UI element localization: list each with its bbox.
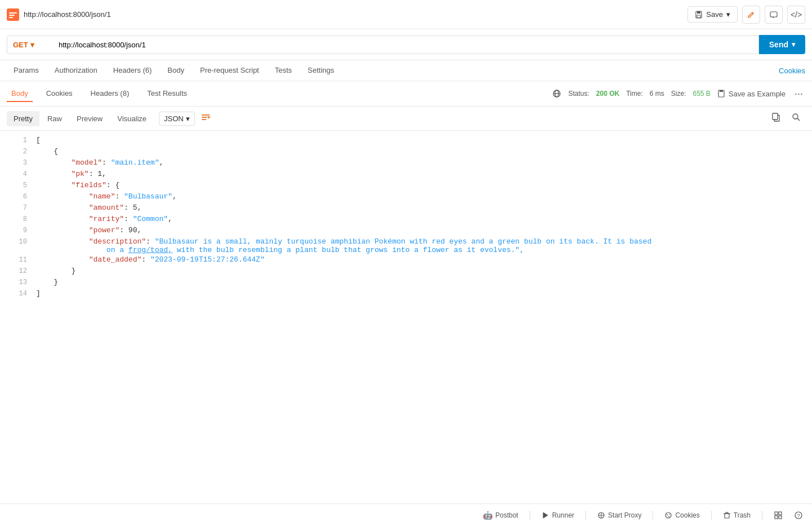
svg-rect-35 bbox=[775, 516, 778, 519]
postbot-label: Postbot bbox=[495, 511, 518, 519]
footer-sep-5 bbox=[762, 511, 762, 520]
line-num-5: 5 bbox=[5, 181, 27, 189]
line-num-6: 6 bbox=[5, 192, 27, 201]
line-num-10-cont bbox=[5, 246, 27, 254]
json-line-3: 3 "model": "main.item", bbox=[0, 158, 812, 169]
json-line-9: 9 "power": 90, bbox=[0, 226, 812, 237]
footer-sep-2 bbox=[585, 511, 586, 520]
save-button[interactable]: Save ▾ bbox=[687, 6, 738, 23]
json-viewer: 1 [ 2 { 3 "model": "main.item", 4 "pk": … bbox=[0, 131, 812, 503]
tab-params[interactable]: Params bbox=[7, 60, 46, 81]
title-right: Save ▾ </> bbox=[687, 6, 805, 24]
resp-tab-body[interactable]: Body bbox=[7, 86, 33, 102]
format-label: JSON bbox=[164, 114, 184, 123]
svg-point-26 bbox=[668, 516, 669, 517]
footer-start-proxy[interactable]: Start Proxy bbox=[597, 511, 641, 519]
edit-icon-btn[interactable] bbox=[742, 6, 760, 24]
svg-point-27 bbox=[669, 514, 671, 515]
footer-cookies[interactable]: Cookies bbox=[664, 511, 699, 519]
line-content-5: "fields": { bbox=[36, 181, 805, 189]
body-tab-preview[interactable]: Preview bbox=[70, 111, 109, 126]
url-input[interactable] bbox=[52, 36, 759, 54]
svg-rect-36 bbox=[779, 516, 782, 519]
url-bar: GET ▾ Send ▾ bbox=[0, 29, 812, 60]
body-tab-pretty[interactable]: Pretty bbox=[7, 111, 39, 126]
tab-prerequest[interactable]: Pre-request Script bbox=[193, 60, 266, 81]
svg-rect-12 bbox=[720, 90, 723, 92]
save-example-button[interactable]: Save as Example bbox=[717, 90, 786, 98]
svg-text:?: ? bbox=[797, 513, 800, 519]
line-num-1: 1 bbox=[5, 136, 27, 144]
wrap-button[interactable] bbox=[196, 110, 215, 127]
line-content-14: ] bbox=[36, 289, 805, 298]
line-content-11: "date_added": "2023-09-19T15:27:26.644Z" bbox=[36, 255, 805, 264]
edit-icon bbox=[747, 11, 755, 19]
line-content-1: [ bbox=[36, 136, 805, 144]
footer-grid-btn[interactable] bbox=[774, 511, 783, 520]
method-selector[interactable]: GET ▾ bbox=[7, 36, 52, 54]
resp-tab-cookies[interactable]: Cookies bbox=[42, 86, 77, 102]
line-content-4: "pk": 1, bbox=[36, 170, 805, 178]
svg-point-25 bbox=[667, 514, 668, 515]
code-icon-btn[interactable]: </> bbox=[787, 6, 805, 24]
cookies-footer-label: Cookies bbox=[675, 511, 699, 519]
resp-tab-testresults[interactable]: Test Results bbox=[143, 86, 192, 102]
body-tab-raw[interactable]: Raw bbox=[41, 111, 69, 126]
footer-runner[interactable]: Runner bbox=[542, 511, 574, 519]
json-line-8: 8 "rarity": "Common", bbox=[0, 214, 812, 226]
tab-body[interactable]: Body bbox=[161, 60, 191, 81]
line-content-13: } bbox=[36, 278, 805, 286]
svg-rect-33 bbox=[775, 512, 778, 515]
globe-icon bbox=[552, 89, 561, 98]
status-value: 200 OK bbox=[596, 90, 619, 98]
size-label: Size: bbox=[671, 90, 686, 98]
svg-point-18 bbox=[793, 114, 798, 119]
save-chevron-icon: ▾ bbox=[726, 10, 730, 19]
start-proxy-label: Start Proxy bbox=[608, 511, 641, 519]
json-line-11: 11 "date_added": "2023-09-19T15:27:26.64… bbox=[0, 255, 812, 266]
tab-settings[interactable]: Settings bbox=[301, 60, 341, 81]
cookies-link[interactable]: Cookies bbox=[779, 67, 805, 75]
send-button[interactable]: Send ▾ bbox=[759, 35, 805, 54]
trash-label: Trash bbox=[734, 511, 751, 519]
tab-headers[interactable]: Headers (6) bbox=[107, 60, 159, 81]
body-right-actions bbox=[767, 110, 805, 126]
svg-rect-34 bbox=[779, 512, 782, 515]
method-label: GET bbox=[13, 41, 28, 49]
tab-authorization[interactable]: Authorization bbox=[48, 60, 104, 81]
frog-toad-link[interactable]: frog/toad, bbox=[128, 246, 172, 254]
svg-rect-7 bbox=[770, 12, 777, 17]
copy-button[interactable] bbox=[767, 110, 785, 126]
title-left: http://localhost:8000/json/1 bbox=[7, 8, 111, 21]
body-tab-visualize[interactable]: Visualize bbox=[110, 111, 153, 126]
req-tab-right: Cookies bbox=[779, 67, 805, 75]
status-label: Status: bbox=[568, 90, 589, 98]
footer: 🤖 Postbot Runner Start Proxy Cookies bbox=[0, 503, 812, 526]
runner-icon bbox=[542, 511, 549, 519]
send-label: Send bbox=[769, 40, 788, 49]
tab-tests[interactable]: Tests bbox=[268, 60, 299, 81]
search-icon bbox=[792, 113, 801, 122]
trash-icon bbox=[723, 511, 731, 519]
cookies-icon bbox=[664, 511, 672, 519]
footer-trash[interactable]: Trash bbox=[723, 511, 751, 519]
response-toolbar: Body Cookies Headers (8) Test Results St… bbox=[0, 81, 812, 107]
svg-rect-1 bbox=[9, 12, 17, 14]
message-icon bbox=[770, 11, 778, 19]
time-label: Time: bbox=[626, 90, 643, 98]
search-button[interactable] bbox=[787, 110, 805, 126]
line-num-2: 2 bbox=[5, 147, 27, 156]
help-icon: ? bbox=[794, 511, 803, 520]
response-status-bar: Status: 200 OK Time: 6 ms Size: 655 B Sa… bbox=[552, 88, 805, 100]
more-options-button[interactable]: ··· bbox=[792, 88, 805, 100]
resp-tab-headers[interactable]: Headers (8) bbox=[86, 86, 134, 102]
line-num-9: 9 bbox=[5, 226, 27, 235]
line-num-11: 11 bbox=[5, 255, 27, 264]
json-line-5: 5 "fields": { bbox=[0, 180, 812, 192]
size-value: 655 B bbox=[693, 90, 710, 98]
format-selector[interactable]: JSON ▾ bbox=[159, 112, 195, 126]
line-content-7: "amount": 5, bbox=[36, 204, 805, 212]
footer-postbot[interactable]: 🤖 Postbot bbox=[483, 511, 518, 520]
footer-help-btn[interactable]: ? bbox=[794, 511, 803, 520]
message-icon-btn[interactable] bbox=[765, 6, 783, 24]
